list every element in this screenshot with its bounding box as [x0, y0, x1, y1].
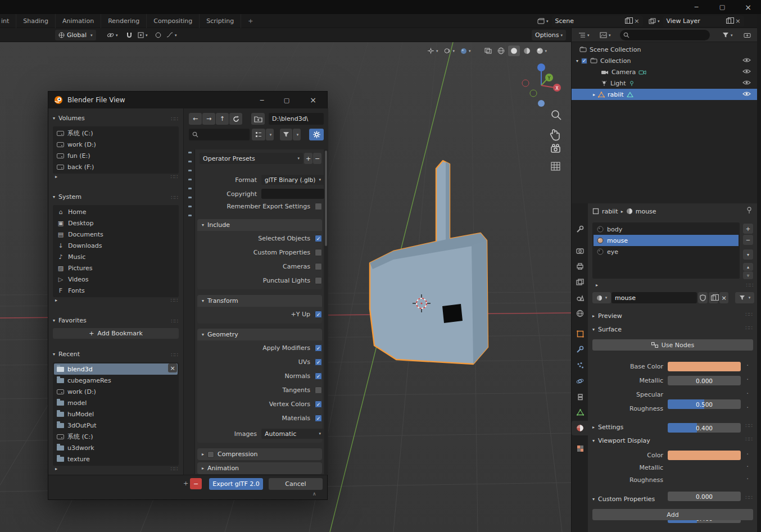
refresh-button[interactable]	[229, 113, 242, 125]
volume-item[interactable]: work (D:)	[54, 139, 178, 150]
increment-filename-label[interactable]: +	[183, 480, 188, 487]
file-view-settings-button[interactable]	[309, 129, 324, 140]
unlink-scene-icon[interactable]: ×	[634, 17, 639, 25]
unlink-material-button[interactable]: ×	[719, 292, 728, 303]
tab-world[interactable]	[572, 306, 588, 321]
recent-item[interactable]: u3dwork	[54, 442, 178, 453]
remember-checkbox[interactable]	[315, 203, 322, 210]
favorites-section-header[interactable]: ▾Favorites	[53, 317, 87, 324]
browse-material-button[interactable]: ▾	[592, 292, 611, 303]
remove-slot-button[interactable]: −	[743, 235, 753, 245]
materials-checkbox[interactable]	[315, 415, 322, 422]
parent-directory-button[interactable]: ↑	[216, 113, 229, 125]
system-item-home[interactable]: ⌂Home	[54, 206, 178, 217]
tab-physics[interactable]	[572, 374, 588, 388]
camera-view-icon[interactable]	[551, 144, 560, 152]
cancel-button[interactable]: Cancel	[269, 478, 323, 490]
include-section-header[interactable]: ▾Include	[197, 219, 322, 231]
slot-move-down-button[interactable]: ▿	[743, 271, 753, 279]
selected-objects-checkbox[interactable]	[315, 235, 322, 242]
tab-render[interactable]	[572, 243, 588, 258]
eye-icon[interactable]	[742, 91, 751, 98]
y-up-checkbox[interactable]	[315, 311, 322, 318]
shading-wireframe-button[interactable]	[495, 46, 507, 56]
geometry-section-header[interactable]: ▾Geometry	[197, 329, 322, 340]
add-preset-button[interactable]: +	[304, 153, 312, 164]
tab-rendering[interactable]: Rendering	[101, 14, 147, 28]
animation-section-header[interactable]: ▸Animation	[197, 462, 322, 474]
tab-paint[interactable]: int	[0, 14, 16, 28]
snap-toggle-button[interactable]	[124, 30, 135, 40]
new-material-button[interactable]	[709, 292, 718, 303]
remove-recent-button[interactable]: ×	[168, 363, 177, 372]
volume-item[interactable]: 系统 (C:)	[54, 128, 178, 139]
tab-particles[interactable]	[572, 358, 588, 372]
new-scene-icon[interactable]	[625, 19, 630, 24]
editor-type-dropdown[interactable]: ▾	[576, 30, 592, 40]
proportional-editing-button[interactable]	[153, 30, 164, 40]
custom-properties-section-header[interactable]: ▾Custom Properties	[592, 493, 655, 504]
gizmo-y-neg[interactable]	[530, 90, 537, 97]
create-directory-button[interactable]	[251, 113, 265, 125]
system-item-videos[interactable]: ▷Videos	[54, 274, 178, 285]
animate-dot-icon[interactable]: ·	[746, 375, 749, 384]
remove-view-layer-icon[interactable]: ×	[735, 17, 740, 25]
tab-tool[interactable]	[572, 222, 588, 237]
slot-move-up-button[interactable]: ▴	[743, 263, 753, 271]
recent-item[interactable]: cubegameRes	[54, 375, 178, 386]
window-maximize-button[interactable]: ▢	[709, 0, 735, 14]
metallic-slider[interactable]: 0.000	[668, 376, 741, 385]
material-name-field[interactable]: mouse	[611, 292, 697, 303]
slot-eye[interactable]: eye	[594, 246, 739, 257]
use-nodes-button[interactable]: Use Nodes	[592, 339, 753, 351]
material-filter-dropdown[interactable]: ▾	[735, 292, 754, 303]
compression-section-header[interactable]: ▸ Compression	[197, 448, 322, 460]
eye-icon[interactable]	[742, 80, 751, 87]
animate-dot-icon[interactable]: ·	[746, 450, 749, 458]
new-collection-button[interactable]	[741, 30, 753, 40]
tab-output[interactable]	[572, 259, 588, 274]
recent-item[interactable]: 3dOutPut	[54, 420, 178, 431]
dialog-titlebar[interactable]: Blender File View ─ ▢ ×	[48, 92, 327, 108]
back-button[interactable]: ←	[189, 113, 202, 125]
resize-grip[interactable]: ∷∷	[746, 282, 753, 288]
path-field[interactable]: D:\blend3d\	[269, 113, 324, 125]
viewport-display-section-header[interactable]: ▾Viewport Display	[592, 435, 650, 446]
view-layer-field[interactable]: View Layer ×	[663, 16, 744, 26]
breadcrumb-material[interactable]: mouse	[636, 208, 656, 215]
slot-specials-dropdown[interactable]: ▾	[743, 249, 753, 260]
options-dropdown[interactable]: Options ▾	[532, 30, 566, 40]
model-rabiit-mesh[interactable]	[370, 161, 488, 364]
punctual-lights-checkbox[interactable]	[315, 277, 322, 284]
tab-scripting[interactable]: Scripting	[200, 14, 241, 28]
remove-preset-button[interactable]: −	[313, 153, 321, 164]
outliner-row-camera[interactable]: Camera	[572, 66, 758, 78]
recent-section-header[interactable]: ▾Recent	[53, 351, 80, 358]
dialog-close-button[interactable]: ×	[299, 92, 327, 108]
dialog-minimize-button[interactable]: ─	[250, 92, 274, 108]
scene-browse-button[interactable]: ▾	[535, 16, 551, 26]
expand-icon[interactable]: ▸	[55, 298, 57, 303]
slot-body[interactable]: body	[594, 224, 739, 235]
display-mode-dropdown[interactable]: ▾	[266, 129, 274, 140]
settings-section-header[interactable]: ▸Settings	[592, 421, 623, 433]
custom-properties-checkbox[interactable]	[315, 249, 322, 256]
eye-icon[interactable]	[742, 69, 751, 76]
uvs-checkbox[interactable]	[315, 358, 322, 366]
system-item-desktop[interactable]: ▣Desktop	[54, 217, 178, 229]
scrollbar-track[interactable]	[324, 149, 328, 474]
toggle-ortho-icon[interactable]	[551, 162, 560, 170]
recent-item[interactable]: huModel	[54, 408, 178, 420]
gizmo-z-axis[interactable]	[537, 63, 545, 71]
shading-rendered-button[interactable]: ▾	[534, 46, 550, 56]
dialog-maximize-button[interactable]: ▢	[274, 92, 299, 108]
system-item-music[interactable]: ♪Music	[54, 251, 178, 262]
volume-item[interactable]: fun (E:)	[54, 150, 178, 161]
recent-item[interactable]: texture	[54, 453, 178, 465]
breadcrumb-object[interactable]: rabiit	[602, 208, 618, 215]
recent-item[interactable]: work (D:)	[54, 386, 178, 397]
recent-item[interactable]: model	[54, 397, 178, 408]
tab-modifiers[interactable]	[572, 342, 588, 357]
snap-target-dropdown[interactable]: ▾	[135, 30, 150, 40]
export-gltf-button[interactable]: Export glTF 2.0	[209, 478, 263, 490]
